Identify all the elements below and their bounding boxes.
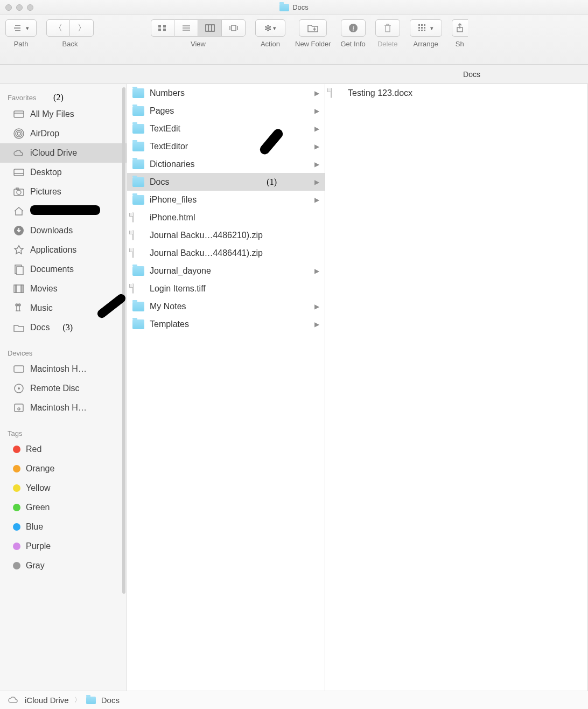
close-window-button[interactable] (5, 4, 12, 11)
file-item[interactable]: Docs(1)▶ (127, 173, 325, 191)
cloud-icon (8, 696, 19, 705)
file-label: TextEditor (150, 142, 309, 151)
toolbar-back-group: 〈 〉 Back (46, 19, 94, 48)
file-item[interactable]: Journal Backu…4486210).zip (127, 226, 325, 244)
file-item[interactable]: TextEditor▶ (127, 137, 325, 155)
file-item[interactable]: My Notes▶ (127, 297, 325, 315)
sidebar-item-desktop[interactable]: Desktop (0, 163, 127, 182)
svg-rect-23 (418, 27, 420, 29)
file-item[interactable]: Login Items.tiff (127, 280, 325, 297)
share-button[interactable] (452, 19, 468, 37)
file-label: Pages (150, 106, 309, 116)
svg-rect-13 (232, 25, 236, 31)
arrange-button[interactable]: ▾ (410, 19, 442, 37)
forward-button[interactable]: 〉 (70, 19, 94, 37)
path-button[interactable]: ▾ (5, 19, 37, 37)
file-item[interactable]: Testing 123.docx (325, 84, 587, 102)
file-item[interactable]: Journal_dayone▶ (127, 262, 325, 280)
list-icon (181, 24, 191, 32)
sidebar-item-applications[interactable]: Applications (0, 240, 127, 260)
sidebar-item-all-my-files[interactable]: All My Files (0, 105, 127, 124)
file-item[interactable]: iPhone_files▶ (127, 191, 325, 208)
get-info-button[interactable]: i (341, 19, 366, 37)
sidebar-item-label: Pictures (30, 187, 61, 197)
toolbar-label: Arrange (414, 40, 438, 48)
sidebar-tag-red[interactable]: Red (0, 440, 127, 459)
sidebar-item-docs[interactable]: Docs(3) (0, 318, 127, 337)
document-icon (132, 212, 134, 223)
path-segment[interactable]: Docs (101, 696, 120, 705)
view-icons-button[interactable] (151, 19, 174, 37)
view-list-button[interactable] (174, 19, 198, 37)
sidebar-icon (13, 186, 25, 198)
trash-icon (383, 23, 393, 33)
delete-button[interactable] (375, 19, 400, 37)
annotation-label: (1) (267, 177, 277, 187)
folder-icon (132, 302, 144, 311)
file-label: Journal Backu…4486441).zip (150, 248, 319, 258)
chevron-right-icon: ▶ (314, 143, 319, 150)
sidebar-tag-yellow[interactable]: Yellow (0, 478, 127, 498)
folder-icon (132, 159, 144, 169)
sidebar-item-movies[interactable]: Movies (0, 279, 127, 298)
sidebar: Favorites (2) All My FilesAirDropiCloud … (0, 84, 127, 691)
svg-rect-24 (421, 27, 423, 29)
main-area: Favorites (2) All My FilesAirDropiCloud … (0, 84, 588, 691)
sidebar-tag-gray[interactable]: Gray (0, 556, 127, 575)
tag-dot-icon (13, 446, 20, 453)
grid-icon (158, 24, 167, 32)
device-icon (13, 383, 25, 394)
chevron-right-icon: ▶ (314, 89, 319, 97)
folder-icon (86, 697, 96, 704)
view-gallery-button[interactable] (222, 19, 246, 37)
sidebar-item-icloud-drive[interactable]: iCloud Drive (0, 143, 127, 163)
sidebar-item-pictures[interactable]: Pictures (0, 182, 127, 201)
folder-icon (132, 142, 144, 151)
chevron-right-icon: ▶ (314, 267, 319, 275)
file-item[interactable]: Journal Backu…4486441).zip (127, 244, 325, 262)
sidebar-tag-purple[interactable]: Purple (0, 537, 127, 556)
zoom-window-button[interactable] (27, 4, 33, 11)
sidebar-item-downloads[interactable]: Downloads (0, 221, 127, 240)
column-2: Testing 123.docx (325, 84, 588, 691)
sidebar-device[interactable]: Remote Disc (0, 379, 127, 398)
file-item[interactable]: Numbers▶ (127, 84, 325, 102)
file-item[interactable]: Templates▶ (127, 315, 325, 333)
share-icon (456, 23, 464, 33)
sidebar-item-label: Remote Disc (30, 384, 80, 393)
tag-dot-icon (13, 465, 20, 472)
action-button[interactable]: ✻ ▾ (255, 19, 285, 37)
file-label: TextEdit (150, 124, 309, 134)
back-button[interactable]: 〈 (46, 19, 70, 37)
sidebar-item-airdrop[interactable]: AirDrop (0, 124, 127, 143)
sidebar-item-label: Music (30, 303, 53, 313)
file-item[interactable]: TextEdit▶ (127, 120, 325, 137)
sidebar-item-redacted[interactable] (0, 201, 127, 221)
sidebar-tag-blue[interactable]: Blue (0, 517, 127, 537)
sidebar-tag-green[interactable]: Green (0, 498, 127, 517)
path-segment[interactable]: iCloud Drive (25, 696, 69, 705)
sidebar-device[interactable]: Macintosh H… (0, 359, 127, 379)
new-folder-button[interactable] (299, 19, 327, 37)
gear-icon: ✻ (264, 23, 271, 33)
svg-rect-20 (418, 24, 420, 26)
svg-rect-28 (424, 30, 425, 31)
scrollbar[interactable] (122, 87, 125, 594)
annotation-label: (2) (53, 93, 64, 102)
chevron-right-icon: ▶ (314, 321, 319, 328)
file-item[interactable]: Dictionaries▶ (127, 155, 325, 173)
minimize-window-button[interactable] (16, 4, 23, 11)
file-item[interactable]: iPhone.html (127, 208, 325, 226)
folder-icon (279, 4, 289, 11)
svg-point-33 (16, 130, 22, 137)
view-columns-button[interactable] (198, 19, 222, 37)
sidebar-item-documents[interactable]: Documents (0, 260, 127, 279)
sidebar-tag-orange[interactable]: Orange (0, 459, 127, 478)
toolbar-view-group: View (151, 19, 246, 48)
file-item[interactable]: Pages▶ (127, 102, 325, 120)
sidebar-device[interactable]: Macintosh H… (0, 398, 127, 418)
svg-point-32 (17, 132, 20, 135)
svg-rect-35 (14, 169, 24, 176)
folder-icon (132, 124, 144, 134)
location-title: Docs (463, 70, 480, 79)
